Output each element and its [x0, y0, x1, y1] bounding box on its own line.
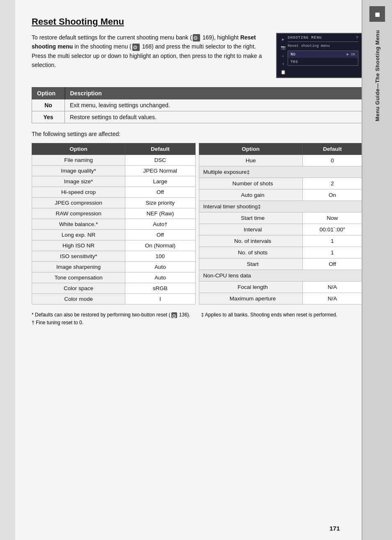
- ls-val-11: Auto: [125, 272, 195, 283]
- ls-val-3: Off: [125, 187, 195, 198]
- table-row: Maximum aperture N/A: [199, 293, 362, 305]
- rs-val-11: N/A: [302, 282, 362, 293]
- description-table: Option Description No Exit menu, leaving…: [32, 87, 362, 123]
- ls-opt-3: Hi-speed crop: [32, 187, 125, 198]
- rs-group-4: Interval timer shooting‡: [199, 201, 362, 212]
- table-row: Color mode I: [32, 294, 196, 305]
- table-row: Focal length N/A: [199, 282, 362, 293]
- camera-option-no: No: [291, 52, 295, 57]
- table-row: JPEG compression Size priority: [32, 198, 196, 208]
- rs-val-6: 00:01´:00″: [302, 224, 362, 235]
- ls-opt-13: Color mode: [32, 294, 125, 305]
- table-row: Long exp. NR Off: [32, 230, 196, 240]
- desc-header-option: Option: [32, 88, 65, 99]
- desc-desc-no: Exit menu, leaving settings unchanged.: [65, 99, 362, 111]
- desc-desc-yes: Restore settings to default values.: [65, 111, 362, 123]
- table-row: Auto gain On: [199, 189, 362, 201]
- rs-opt-7: No. of intervals: [199, 235, 302, 247]
- settings-grid: Option Default File naming DSC Image qua…: [32, 143, 362, 305]
- ls-opt-8: High ISO NR: [32, 240, 125, 251]
- footnote-left: * Defaults can also be restored by perfo…: [32, 311, 193, 327]
- following-text: The following settings are affected:: [32, 131, 362, 137]
- table-row: Color space sRGB: [32, 283, 196, 294]
- rs-val-2: 2: [302, 178, 362, 189]
- table-row: No. of intervals 1: [199, 235, 362, 247]
- table-row: Number of shots 2: [199, 178, 362, 189]
- ls-val-4: Size priority: [125, 198, 195, 208]
- page-number: 171: [330, 525, 340, 532]
- ls-val-6: Auto†: [125, 219, 195, 230]
- desc-option-yes: Yes: [32, 111, 65, 123]
- right-settings-table: Option Default Hue 0 Multiple exposure‡: [199, 143, 363, 305]
- table-row: No Exit menu, leaving settings unchanged…: [32, 99, 362, 111]
- rs-opt-2: Number of shots: [199, 178, 302, 189]
- camera-ok-arrow: ► OK: [346, 53, 355, 57]
- right-sidebar: ◼ Menu Guide—The Shooting Menu: [362, 0, 392, 540]
- sidebar-vertical-text: Menu Guide—The Shooting Menu: [374, 30, 380, 121]
- ls-opt-5: RAW compression: [32, 208, 125, 219]
- ls-val-7: Off: [125, 230, 195, 240]
- ls-opt-11: Tone compensation: [32, 272, 125, 283]
- right-header-default: Default: [302, 143, 362, 155]
- cam-icon-5: 📋: [280, 69, 286, 75]
- ls-opt-0: File naming: [32, 155, 125, 166]
- table-row: Hue 0: [199, 155, 362, 166]
- rs-val-3: On: [302, 189, 362, 201]
- rs-opt-3: Auto gain: [199, 189, 302, 201]
- table-row: Non-CPU lens data: [199, 270, 362, 282]
- footnote-right: ‡ Applies to all banks. Shooting ends wh…: [201, 311, 363, 327]
- rs-opt-9: Start: [199, 258, 302, 270]
- cam-icon-4: ⬆: [280, 61, 286, 67]
- ls-val-2: Large: [125, 176, 195, 187]
- ls-opt-7: Long exp. NR: [32, 230, 125, 240]
- camera-help-icon: ?: [356, 36, 358, 40]
- right-header-option: Option: [199, 143, 302, 155]
- table-row: Multiple exposure‡: [199, 166, 362, 178]
- table-row: Hi-speed crop Off: [32, 187, 196, 198]
- footnote-dagger: † Fine tuning reset to 0.: [32, 319, 193, 327]
- ls-opt-12: Color space: [32, 283, 125, 294]
- rs-opt-8: No. of shots: [199, 247, 302, 258]
- table-row: Start Off: [199, 258, 362, 270]
- rs-group-10: Non-CPU lens data: [199, 270, 362, 282]
- table-row: RAW compression NEF (Raw): [32, 208, 196, 219]
- rs-val-9: Off: [302, 258, 362, 270]
- left-header-default: Default: [125, 143, 195, 155]
- ls-opt-10: Image sharpening: [32, 262, 125, 272]
- footnote-asterisk: * Defaults can also be restored by perfo…: [32, 311, 193, 319]
- table-row: Interval timer shooting‡: [199, 201, 362, 212]
- camera-screen: ▶ 📷 ✏ ⬆ 📋 SHOOTING MENU ? Reset shooting…: [276, 33, 362, 78]
- ls-val-1: JPEG Normal: [125, 166, 195, 176]
- ls-val-9: 100: [125, 251, 195, 262]
- table-row: No. of shots 1: [199, 247, 362, 258]
- cam-icon-2: 📷: [280, 45, 286, 51]
- ls-val-12: sRGB: [125, 283, 195, 294]
- sidebar-icon-box: ◼: [369, 6, 385, 22]
- rs-opt-6: Interval: [199, 224, 302, 235]
- rs-val-8: 1: [302, 247, 362, 258]
- rs-opt-0: Hue: [199, 155, 302, 166]
- ls-opt-6: White balance.*: [32, 219, 125, 230]
- rs-val-0: 0: [302, 155, 362, 166]
- ls-val-13: I: [125, 294, 195, 305]
- ls-val-8: On (Normal): [125, 240, 195, 251]
- desc-option-no: No: [32, 99, 65, 111]
- camera-subtitle: Reset shooting menu: [288, 44, 358, 48]
- rs-group-1: Multiple exposure‡: [199, 166, 362, 178]
- table-row: Image size* Large: [32, 176, 196, 187]
- table-row: White balance.* Auto†: [32, 219, 196, 230]
- rs-opt-5: Start time: [199, 212, 302, 224]
- cam-icon-1: ▶: [280, 37, 286, 42]
- page-title: Reset Shooting Menu: [32, 16, 362, 27]
- cam-icon-3: ✏: [280, 53, 286, 59]
- desc-header-description: Description: [65, 88, 362, 99]
- ls-val-5: NEF (Raw): [125, 208, 195, 219]
- left-settings-table: Option Default File naming DSC Image qua…: [32, 143, 196, 305]
- table-row: High ISO NR On (Normal): [32, 240, 196, 251]
- table-row: Image quality* JPEG Normal: [32, 166, 196, 176]
- rs-opt-11: Focal length: [199, 282, 302, 293]
- ls-opt-1: Image quality*: [32, 166, 125, 176]
- table-row: File naming DSC: [32, 155, 196, 166]
- left-header-option: Option: [32, 143, 125, 155]
- camera-option-yes: Yes: [291, 60, 298, 64]
